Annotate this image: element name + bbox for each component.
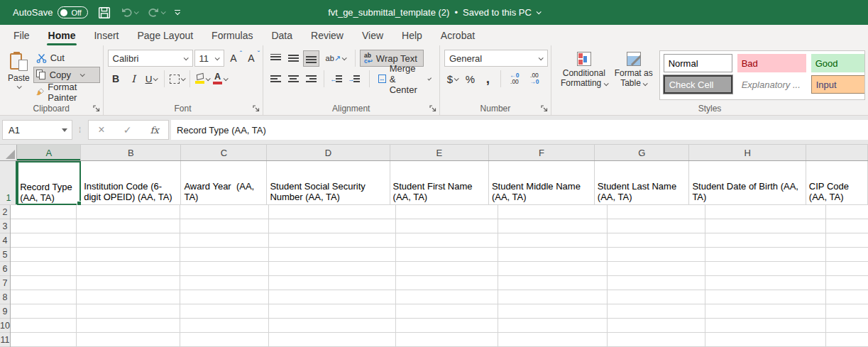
cell-b1[interactable]: Institution Code (6-digit OPEID) (AA, TA… [81,161,181,205]
orientation-chevron-down-icon[interactable] [342,55,347,60]
style-normal[interactable]: Normal [664,54,732,72]
column-header-g[interactable]: G [595,145,690,160]
style-check-cell[interactable]: Check Cell [664,75,732,94]
column-a-cells[interactable] [11,205,77,347]
column-g-cells[interactable] [608,205,705,347]
fill-color-button[interactable] [194,71,211,87]
row-header-1[interactable]: 1 [0,161,17,205]
style-input[interactable]: Input [811,75,865,94]
align-right-button[interactable] [303,71,319,87]
customize-quick-access-toolbar-icon[interactable] [175,10,180,16]
row-header-3[interactable]: 3 [0,219,10,233]
insert-function-icon[interactable]: fx [150,125,159,136]
fill-color-chevron-down-icon[interactable] [206,76,211,81]
column-header-e[interactable]: E [390,145,489,160]
tab-formulas[interactable]: Formulas [202,25,262,45]
bottom-align-button[interactable] [303,50,319,67]
font-color-button[interactable]: A [212,71,229,87]
underline-button[interactable]: U [143,71,160,87]
decrease-font-size-button[interactable]: Aˇ [243,50,260,67]
style-explanatory[interactable]: Explanatory ... [737,75,806,94]
comma-style-button[interactable]: , [480,71,496,87]
increase-font-size-button[interactable]: Aˆ [226,50,242,67]
undo-button[interactable] [121,7,138,18]
tab-acrobat[interactable]: Acrobat [432,25,484,45]
title-chevron-down-icon[interactable] [536,9,541,14]
style-good[interactable]: Good [811,54,865,72]
column-b-cells[interactable] [77,205,180,347]
cell-c1[interactable]: Award Year (AA, TA) [181,161,267,205]
tab-view[interactable]: View [353,25,392,45]
copy-chevron-down-icon[interactable] [80,72,85,77]
column-header-h[interactable]: H [689,145,806,160]
style-bad[interactable]: Bad [737,54,806,72]
row-header-8[interactable]: 8 [0,290,10,304]
cut-button[interactable]: Cut [33,50,100,66]
format-as-table-button[interactable]: Format as Table [611,50,657,101]
accounting-format-button[interactable]: $ [444,71,461,87]
column-header-c[interactable]: C [181,145,267,160]
column-d-cells[interactable] [269,205,396,347]
column-h-cells[interactable] [705,205,826,347]
cell-h1[interactable]: Student Date of Birth (AA, TA) [689,161,806,205]
percent-style-button[interactable]: % [462,71,478,87]
cancel-icon[interactable]: × [98,123,104,136]
font-dialog-launcher-icon[interactable] [253,105,260,112]
row-header-2[interactable]: 2 [0,205,10,219]
redo-button[interactable] [148,7,165,18]
borders-button[interactable] [169,71,185,87]
font-color-chevron-down-icon[interactable] [224,76,229,81]
cell-g1[interactable]: Student Last Name (AA, TA) [595,161,690,205]
row-header-5[interactable]: 5 [0,248,10,262]
name-box-dropdown-icon[interactable] [62,128,67,132]
tab-help[interactable]: Help [392,25,432,45]
tab-data[interactable]: Data [262,25,302,45]
bold-button[interactable]: B [108,71,124,87]
row-header-9[interactable]: 9 [0,304,10,319]
middle-align-button[interactable] [285,50,302,67]
font-size-combo[interactable]: 11 [194,50,224,67]
name-box[interactable]: A1 [2,120,72,140]
save-button[interactable] [98,6,111,19]
cell-i1[interactable]: CIP Code (AA, TA) [806,161,868,205]
tab-home[interactable]: Home [39,25,85,45]
row-header-7[interactable]: 7 [0,276,10,290]
row-header-4[interactable]: 4 [0,233,10,248]
clipboard-dialog-launcher-icon[interactable] [93,105,100,112]
alignment-dialog-launcher-icon[interactable] [429,105,436,112]
align-left-button[interactable] [268,71,284,87]
merge-center-button[interactable]: ↔ Merge & Center [374,70,436,87]
column-header-i[interactable] [806,145,868,160]
select-all-button[interactable] [0,145,17,160]
enter-icon[interactable]: ✓ [123,124,132,136]
row-header-11[interactable]: 11 [0,333,10,347]
formula-input[interactable]: Record Type (AA, TA) [171,120,868,140]
increase-decimal-button[interactable]: ←0 .00 [505,72,524,85]
column-header-f[interactable]: F [489,145,595,160]
tab-review[interactable]: Review [302,25,353,45]
tab-insert[interactable]: Insert [84,25,128,45]
autosave-toggle[interactable]: Off [57,6,87,18]
merge-center-chevron-down-icon[interactable] [427,76,432,80]
row-header-6[interactable]: 6 [0,262,10,276]
number-format-combo[interactable]: General [444,50,548,67]
italic-button[interactable]: I [126,71,142,87]
font-name-combo[interactable]: Calibri [108,50,193,67]
column-header-a[interactable]: A [17,145,81,160]
tab-file[interactable]: File [4,25,39,45]
empty-cells[interactable] [11,205,868,347]
accounting-chevron-down-icon[interactable] [454,76,459,81]
borders-chevron-down-icon[interactable] [180,76,185,81]
top-align-button[interactable] [268,50,284,67]
autosave-control[interactable]: AutoSave Off [13,6,88,18]
column-header-d[interactable]: D [267,145,390,160]
format-as-table-chevron-down-icon[interactable] [643,81,648,86]
column-header-b[interactable]: B [81,145,181,160]
format-painter-button[interactable]: Format Painter [33,84,100,100]
column-i-cells[interactable] [826,205,868,347]
column-e-cells[interactable] [396,205,498,347]
cell-d1[interactable]: Student Social Security Number (AA, TA) [267,161,390,205]
conditional-formatting-button[interactable]: Conditional Formatting [557,50,611,101]
increase-indent-button[interactable]: → [346,71,362,87]
cell-a1-selected[interactable]: Record Type (AA, TA) [17,161,81,205]
